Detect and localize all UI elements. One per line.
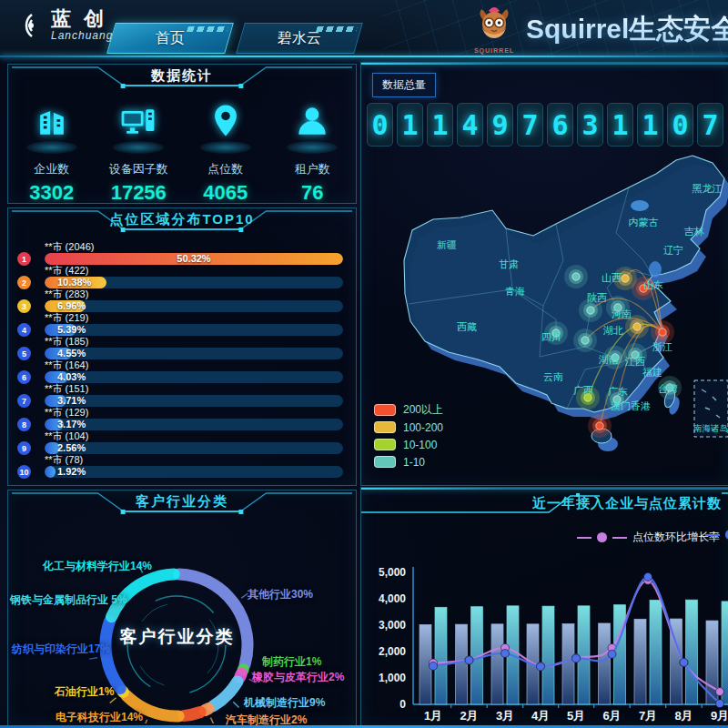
map-legend-item: 100-200 — [374, 419, 443, 436]
sound-wave-logo-icon — [13, 10, 44, 41]
counter-digit: 7 — [517, 103, 543, 147]
province-label: 广东 — [608, 386, 628, 397]
dashboard-root: 蓝创 Lanchuang 首页碧水云 SQUIRREL — [0, 0, 728, 728]
x-axis-tick: 6月 — [602, 709, 621, 723]
rank-badge: 8 — [17, 418, 31, 431]
donut-slice-label: 机械制造行业9% — [244, 695, 325, 711]
province-label: 内蒙古 — [629, 217, 659, 228]
trend-bar — [686, 600, 698, 704]
mascot-caption: SQUIRREL — [473, 47, 515, 54]
top10-row-label: **市 (185) — [45, 336, 343, 347]
data-total-counter: 011497631107 — [367, 103, 723, 147]
y-axis-tick: 4,000 — [379, 592, 406, 605]
industry-panel: 客户行业分类 客户行业分类 其他行业30%制药行业1%橡胶与皮革行业2%机械制造… — [7, 490, 357, 726]
top10-bar-list: **市 (2046)150.32%**市 (422)210.38%**市 (28… — [8, 236, 356, 478]
bar-track: 1.92% — [45, 466, 343, 478]
trend-bar — [562, 624, 574, 704]
map-legend-item: 10-100 — [374, 436, 443, 453]
province-label: 西藏 — [457, 321, 477, 332]
tab-home[interactable]: 首页 — [106, 23, 234, 54]
bar-percent: 5.39% — [57, 324, 86, 336]
counter-digit: 1 — [397, 103, 423, 147]
trend-point — [716, 688, 724, 696]
user-icon — [283, 101, 341, 154]
trend-point — [430, 662, 438, 670]
top10-row: **市 (2046)150.32% — [17, 241, 343, 265]
trend-panel: 近一年接入企业与点位累计数 点位数环比增长率 5,0004,0003,0002,… — [360, 487, 728, 726]
main-nav: 首页碧水云 — [111, 23, 359, 54]
top10-row: **市 (129)83.17% — [17, 407, 343, 430]
province-label: 福建 — [642, 367, 662, 378]
bar-percent: 3.71% — [57, 395, 86, 407]
stat-label: 设备因子数 — [97, 161, 179, 177]
legend-label: 100-200 — [403, 421, 443, 434]
y-axis-tick: 1,000 — [379, 672, 406, 684]
donut-slice-label: 制药行业1% — [262, 654, 321, 670]
province-label: 湖北 — [602, 325, 623, 336]
stats-panel-title: 数据统计 — [8, 67, 356, 85]
top10-row: **市 (164)64.03% — [17, 359, 343, 383]
donut-slice — [179, 574, 248, 665]
top10-row: **市 (151)73.71% — [17, 383, 343, 407]
top10-row: **市 (104)92.56% — [17, 430, 343, 454]
map-marker-1-10 — [573, 329, 597, 352]
bar-percent: 1.92% — [57, 466, 86, 478]
x-axis-tick: 3月 — [496, 709, 514, 723]
province-label: 澳门香港 — [611, 400, 651, 411]
trend-legend-item-1[interactable]: 点位数环比增长率 — [577, 530, 720, 545]
rank-badge: 9 — [17, 441, 31, 455]
legend-swatch — [374, 421, 396, 433]
south-china-sea-inset: 南海诸岛 — [693, 380, 728, 437]
top10-row-label: **市 (283) — [45, 288, 343, 299]
rank-badge: 3 — [17, 299, 31, 313]
top10-row-label: **市 (219) — [45, 312, 343, 323]
counter-digit: 6 — [547, 103, 573, 147]
trend-legend-item-2[interactable] — [705, 530, 728, 540]
province-label: 新疆 — [437, 239, 457, 250]
brand-name-zh: 蓝创 — [51, 9, 116, 29]
counter-digit: 1 — [607, 103, 633, 147]
donut-slice-label: 其他行业30% — [248, 587, 313, 602]
bar-track: 50.32% — [45, 253, 343, 265]
bar-percent: 6.96% — [57, 300, 86, 312]
donut-center-label: 客户行业分类 — [102, 625, 252, 649]
donut-slice-label: 钢铁与金属制品行业 5% — [10, 592, 127, 608]
industry-donut-chart: 客户行业分类 其他行业30%制药行业1%橡胶与皮革行业2%机械制造行业9%汽车制… — [8, 518, 356, 723]
trend-point — [537, 662, 545, 671]
province-label: 台湾 — [658, 383, 678, 394]
province-label: 山东 — [643, 279, 663, 290]
x-axis-tick: 9月 — [711, 709, 728, 723]
stat-企业数: 企业数3302 — [11, 101, 93, 205]
brand-name-en: Lanchuang — [51, 29, 116, 42]
top10-row: **市 (185)54.55% — [17, 336, 343, 359]
trend-chart: 5,0004,0003,0002,0001,00001月2月3月4月5月6月7月… — [361, 546, 728, 724]
header-banner: SQUIRREL Squirrel生态安全云平台 — [382, 0, 728, 56]
trend-point — [465, 656, 473, 664]
device-icon — [109, 101, 167, 154]
stats-panel: 数据统计 企业数3302设备因子数17256点位数4065租户数76 — [7, 64, 357, 204]
y-axis-tick: 2,000 — [379, 645, 406, 658]
province-label: 广西 — [573, 385, 593, 396]
bar-fill — [45, 466, 56, 478]
squirrel-icon — [474, 5, 514, 44]
legend-swatch — [374, 404, 396, 416]
donut-leader-line — [144, 720, 147, 723]
top10-row: **市 (422)210.38% — [17, 265, 343, 288]
islands-label: 南海诸岛 — [693, 423, 728, 433]
bar-percent: 10.38% — [57, 277, 91, 288]
stat-value: 76 — [271, 181, 353, 205]
counter-digit: 0 — [667, 103, 693, 147]
stat-label: 点位数 — [185, 161, 267, 177]
legend-label: 1-10 — [403, 456, 425, 469]
top10-row-label: **市 (78) — [45, 454, 343, 465]
rank-badge: 2 — [17, 276, 31, 289]
industry-panel-title: 客户行业分类 — [8, 493, 356, 511]
map-legend-item: 1-10 — [374, 453, 443, 470]
squirrel-mascot: SQUIRREL — [473, 5, 515, 54]
top10-panel: 点位区域分布TOP10 **市 (2046)150.32%**市 (422)21… — [7, 207, 357, 486]
trend-bar — [650, 600, 662, 704]
location-pin-icon — [197, 101, 255, 154]
x-axis-tick: 7月 — [639, 709, 657, 723]
x-axis-tick: 1月 — [424, 709, 442, 723]
tab-bishuiyun[interactable]: 碧水云 — [236, 23, 363, 54]
